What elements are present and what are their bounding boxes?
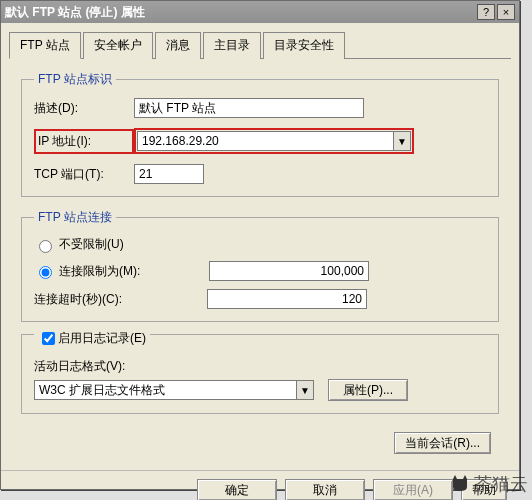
tab-messages[interactable]: 消息 xyxy=(155,32,201,59)
current-sessions-button[interactable]: 当前会话(R)... xyxy=(394,432,491,454)
help-button[interactable]: 帮助 xyxy=(461,479,507,500)
ip-address-combo[interactable]: ▼ xyxy=(137,131,411,151)
close-icon[interactable]: × xyxy=(497,4,515,20)
group-site-connection-legend: FTP 站点连接 xyxy=(34,209,116,226)
log-properties-button[interactable]: 属性(P)... xyxy=(328,379,408,401)
group-logging: 启用日志记录(E) 活动日志格式(V): ▼ 属性(P)... xyxy=(21,334,499,414)
group-site-identity: FTP 站点标识 描述(D): IP 地址(I): ▼ TCP 端口(T): xyxy=(21,71,499,197)
chevron-down-icon[interactable]: ▼ xyxy=(296,380,314,400)
timeout-input[interactable] xyxy=(207,289,367,309)
description-input[interactable] xyxy=(134,98,364,118)
help-icon[interactable]: ? xyxy=(477,4,495,20)
window-title: 默认 FTP 站点 (停止) 属性 xyxy=(5,4,145,21)
chevron-down-icon[interactable]: ▼ xyxy=(393,131,411,151)
radio-limit[interactable] xyxy=(39,266,52,279)
tab-security-accounts[interactable]: 安全帐户 xyxy=(83,32,153,59)
tcp-port-input[interactable] xyxy=(134,164,204,184)
radio-unlimited[interactable] xyxy=(39,240,52,253)
group-site-identity-legend: FTP 站点标识 xyxy=(34,71,116,88)
description-label: 描述(D): xyxy=(34,100,134,117)
group-site-connection: FTP 站点连接 不受限制(U) 连接限制为(M): 连接超时(秒)(C): xyxy=(21,209,499,322)
log-format-label: 活动日志格式(V): xyxy=(34,358,125,375)
log-format-input[interactable] xyxy=(34,380,296,400)
dialog-button-bar: 确定 取消 应用(A) 帮助 xyxy=(1,470,519,500)
titlebar[interactable]: 默认 FTP 站点 (停止) 属性 ? × xyxy=(1,1,519,23)
radio-limit-label: 连接限制为(M): xyxy=(59,263,169,280)
tab-ftp-site[interactable]: FTP 站点 xyxy=(9,32,81,59)
titlebar-buttons: ? × xyxy=(477,4,515,20)
checkbox-enable-logging[interactable] xyxy=(42,332,55,345)
log-format-combo[interactable]: ▼ xyxy=(34,380,314,400)
ip-address-label: IP 地址(I): xyxy=(34,129,134,154)
tab-directory-security[interactable]: 目录安全性 xyxy=(263,32,345,59)
radio-unlimited-label: 不受限制(U) xyxy=(59,236,124,253)
apply-button[interactable]: 应用(A) xyxy=(373,479,453,500)
tab-home-directory[interactable]: 主目录 xyxy=(203,32,261,59)
ip-address-input[interactable] xyxy=(137,131,393,151)
tcp-port-label: TCP 端口(T): xyxy=(34,166,134,183)
cancel-button[interactable]: 取消 xyxy=(285,479,365,500)
timeout-label: 连接超时(秒)(C): xyxy=(34,291,149,308)
enable-logging-label: 启用日志记录(E) xyxy=(58,330,146,347)
connection-limit-input[interactable] xyxy=(209,261,369,281)
properties-dialog: 默认 FTP 站点 (停止) 属性 ? × FTP 站点 安全帐户 消息 主目录… xyxy=(0,0,520,490)
ok-button[interactable]: 确定 xyxy=(197,479,277,500)
panel-ftp-site: FTP 站点标识 描述(D): IP 地址(I): ▼ TCP 端口(T): xyxy=(9,59,511,462)
ip-address-highlight: ▼ xyxy=(134,128,414,154)
tab-strip: FTP 站点 安全帐户 消息 主目录 目录安全性 xyxy=(9,31,511,59)
